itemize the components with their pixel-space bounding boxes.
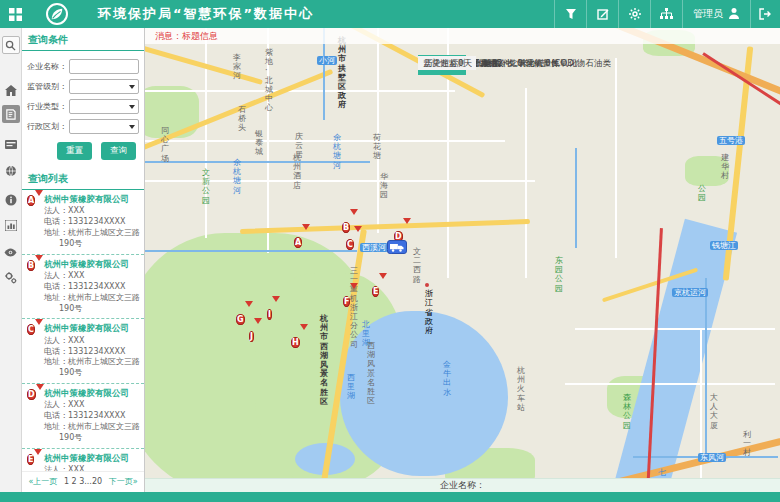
icon-rail-sidebar [0,28,22,492]
top-header: 环境保护局“智慧环保”数据中心 管理员 [0,0,780,28]
map-pin-E[interactable]: E [372,279,385,298]
map-label: 余杭塘河 [333,133,341,170]
map-label: 李家河 [233,53,241,81]
legal-person: 法人：XXX [44,336,141,347]
industry-type-label: 行业类型： [27,101,69,112]
map-label: 荷花塘 [373,133,381,161]
message-text: 消息：标题信息 [155,28,218,44]
enterprise-name-label: 企业名称： [27,61,69,72]
address: 地址：杭州市上城区文三路 [44,228,141,239]
page-title: 环境保护局“智慧环保”数据中心 [98,5,314,23]
reset-button[interactable]: 重置 [57,142,92,160]
map-label: 公园 [698,184,706,202]
query-list-title: 查询列表 [22,167,144,190]
map-label: 杭州市西湖 风景名胜区 [320,314,328,406]
chart-icon[interactable] [3,217,19,233]
map-pin-J[interactable]: J [249,324,262,343]
admin-user-menu[interactable]: 管理员 [682,0,750,28]
map-label: 石桥头 [238,105,246,133]
search-icon[interactable] [2,36,20,54]
map-label: 大人大厦 [710,393,718,430]
address: 地址：杭州市上城区文三路 [44,422,141,433]
globe-icon[interactable] [3,163,19,179]
list-item[interactable]: C 杭州中策橡胶有限公司 法人：XXX 电话：1331234XXXX 地址：杭州… [22,319,144,384]
prev-page-link[interactable]: «上一页 [28,477,57,486]
map-label: 金牛出水 [443,360,451,397]
map-label: 西里湖 [347,373,355,401]
message-bar: 消息：标题信息 [145,28,780,44]
query-button[interactable]: 查询 [101,142,136,160]
company-name: 杭州中策橡胶有限公司 [44,388,141,399]
info-icon[interactable] [3,192,19,208]
chevron-down-icon [129,125,135,132]
admin-region-label: 行政区划： [27,121,69,132]
map-label: 西溪河 [360,243,388,252]
phone: 电话：1331234XXXX [44,347,141,358]
map-label: 文二西路 [413,247,421,284]
map-pin-F[interactable]: F [343,289,356,308]
company-name: 杭州中策橡胶有限公司 [44,323,141,334]
address-line2: 190号 [44,433,141,444]
map-pin-I[interactable]: I [267,302,280,321]
query-panel: 查询条件 企业名称： 监管级别： 行业类型： 行政区划： 重置 查询 查询列表 … [22,28,145,492]
grid-menu-icon[interactable] [0,0,30,28]
map[interactable]: 消息：标题信息 杭州市拱墅区政府小河李家河紫地· 北城中心石桥头同心广场银泰城庆… [145,28,780,478]
map-label: 文新公园 [202,168,210,205]
query-form: 企业名称： 监管级别： 行业类型： 行政区划： 重置 查询 [22,51,144,160]
gear-icon[interactable] [618,0,650,28]
phone: 电话：1331234XXXX [44,411,141,422]
address: 地址：杭州市上城区文三路 [44,293,141,304]
map-pin-icon: D [27,389,40,401]
query-conditions-title: 查询条件 [22,28,144,51]
company-name: 杭州中策橡胶有限公司 [44,259,141,270]
map-pin-C[interactable]: C [346,232,359,251]
map-label: 浙江省政府 [425,280,433,335]
sitemap-icon[interactable] [650,0,682,28]
eye-icon[interactable] [3,244,19,260]
list-item[interactable]: A 杭州中策橡胶有限公司 法人：XXX 电话：1331234XXXX 地址：杭州… [22,190,144,255]
supervision-level-select[interactable] [69,79,139,94]
edit-icon[interactable] [586,0,618,28]
map-label: 西湖风景 名胜区 [367,341,375,405]
legal-person: 法人：XXX [44,400,141,411]
home-icon[interactable] [3,82,19,98]
map-label: 东风河 [698,453,726,462]
map-label: 五号港 [717,136,745,145]
map-label: 利一村 [743,430,751,458]
map-pin-icon: E [27,454,40,466]
bottom-status-strip: 企业名称： [145,478,780,492]
map-label: 建华村 [721,153,729,181]
page-numbers[interactable]: 1 2 3...20 [64,477,102,486]
list-item[interactable]: B 杭州中策橡胶有限公司 法人：XXX 电话：1331234XXXX 地址：杭州… [22,255,144,320]
bottom-enterprise-label: 企业名称： [440,480,485,490]
chevron-down-icon [129,85,135,92]
map-pin-H[interactable]: H [291,330,304,349]
map-label: 钱塘江 [710,241,738,250]
admin-region-select[interactable] [69,119,139,134]
chevron-down-icon [129,105,135,112]
user-icon [728,7,740,21]
list-item[interactable]: D 杭州中策橡胶有限公司 法人：XXX 电话：1331234XXXX 地址：杭州… [22,384,144,449]
next-page-link[interactable]: 下一页» [109,477,138,486]
funnel-icon[interactable] [554,0,586,28]
bottom-accent-bar [0,492,780,502]
industry-type-select[interactable] [69,99,139,114]
map-pin-G[interactable]: G [236,307,249,326]
journal-icon[interactable] [2,105,20,123]
map-label: 森林公园 [623,393,631,430]
logout-icon[interactable] [750,0,780,28]
address: 地址：杭州市上城区文三路 [44,357,141,368]
info-value: 历史超标0天 [418,56,472,70]
gears-icon[interactable] [3,269,19,285]
card-icon[interactable] [3,136,19,152]
map-label: 同心广场 [161,126,169,163]
phone: 电话：1331234XXXX [44,282,141,293]
map-label: 东园公园 [555,256,563,293]
truck-icon[interactable] [387,240,407,273]
query-result-list: A 杭州中策橡胶有限公司 法人：XXX 电话：1331234XXXX 地址：杭州… [22,190,144,492]
map-label: 京杭运河 [672,288,708,297]
map-pin-icon: B [27,260,40,272]
address-line2: 190号 [44,368,141,379]
map-pin-A[interactable]: A [294,230,307,249]
enterprise-name-input[interactable] [69,59,139,74]
